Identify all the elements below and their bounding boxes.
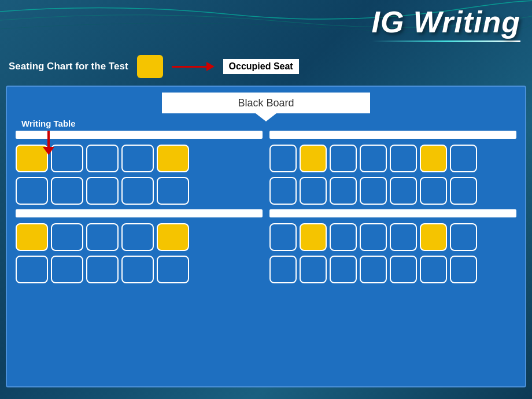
occupied-label: Occupied Seat [223,59,299,74]
seat [390,223,417,251]
table-row [16,177,263,205]
seat [86,223,119,251]
seat [450,256,477,283]
seat [269,256,297,283]
table-row [269,145,516,172]
seat [86,256,119,283]
table-row [269,256,516,283]
seat [330,256,357,283]
table-row [269,223,516,251]
left-writing-table-bar-2 [16,209,263,217]
seating-chart-label: Seating Chart for the Test [9,61,128,72]
table-row [269,177,516,205]
seat [420,223,447,251]
arrow-shaft [172,66,206,68]
seat [450,223,477,251]
page-title: IG Writing [372,5,520,39]
seat [269,223,297,251]
seat [300,223,327,251]
seat [390,145,417,172]
seat [16,177,48,205]
table-row [16,256,263,283]
down-arrow-head [43,147,54,155]
title-underline [372,40,520,42]
seat [360,145,387,172]
seat [157,256,189,283]
seat [450,177,477,205]
table-row [16,223,263,251]
seat [300,177,327,205]
seat [51,223,83,251]
seat [360,256,387,283]
seat [16,223,48,251]
right-writing-table-bar-2 [269,209,516,217]
seat [300,256,327,283]
seats-layout [13,131,519,283]
seat [450,145,477,172]
down-arrow-shaft [47,131,50,147]
writing-table-section: Writing Table [21,119,76,155]
seat [121,223,154,251]
down-arrow [21,131,76,155]
seat [420,145,447,172]
seat [269,145,297,172]
seat [330,177,357,205]
seat [51,256,83,283]
seat [330,145,357,172]
blackboard-area: Black Board [13,93,519,113]
seat [390,177,417,205]
seat [86,145,119,172]
blackboard-label: Black Board [238,97,294,109]
seat [121,145,154,172]
seat [420,177,447,205]
seat [420,256,447,283]
legend-area: Seating Chart for the Test Occupied Seat [9,55,299,78]
blackboard-notch [256,113,276,121]
writing-table-label: Writing Table [21,119,76,128]
seat [157,223,189,251]
seat [360,223,387,251]
seat [51,177,83,205]
seat [86,177,119,205]
right-writing-table-bar [269,131,516,139]
seat [121,256,154,283]
blackboard: Black Board [162,93,370,113]
seat [330,223,357,251]
seat [157,177,189,205]
title-area: IG Writing [372,5,520,42]
seat [300,145,327,172]
seat [16,256,48,283]
chart-container: Black Board Writing Table [6,86,526,387]
occupied-arrow [172,62,215,71]
seat [269,177,297,205]
seat [390,256,417,283]
right-section [269,131,516,283]
occupied-seat-example [137,55,163,78]
arrow-head [206,62,215,71]
seat [121,177,154,205]
seat [360,177,387,205]
seat [157,145,189,172]
